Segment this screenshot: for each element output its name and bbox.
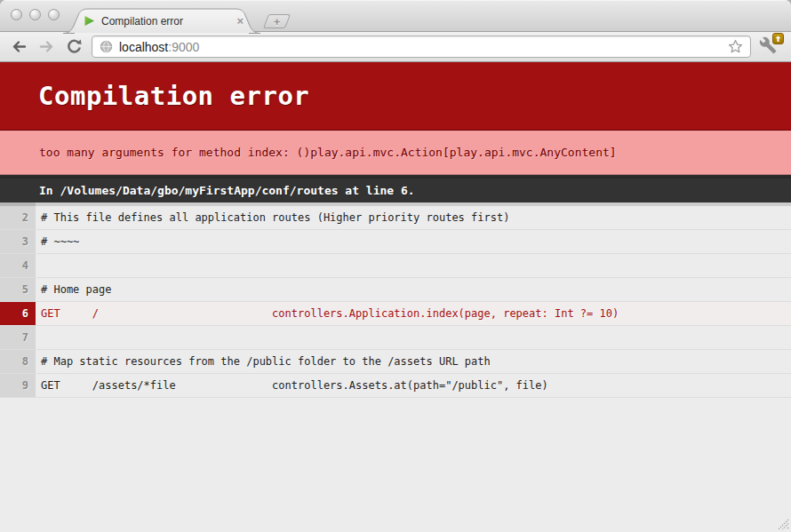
line-number: 6 (0, 302, 36, 325)
code-line-4: 4 (0, 254, 791, 278)
window-controls (11, 9, 60, 20)
browser-window: Compilation error × + (0, 0, 791, 532)
tab-title: Compilation error (101, 15, 228, 28)
menu-button[interactable] (759, 36, 782, 59)
plus-icon: + (274, 16, 281, 28)
code-line-2: 2# This file defines all application rou… (0, 202, 791, 230)
line-number: 9 (0, 374, 36, 397)
back-button[interactable] (9, 37, 28, 57)
line-code: GET / controllers.Application.index(page… (36, 302, 791, 325)
zoom-button[interactable] (48, 9, 60, 20)
forward-button[interactable] (36, 37, 56, 57)
forward-icon (38, 39, 55, 54)
update-available-badge (772, 33, 784, 44)
line-number: 7 (0, 326, 36, 349)
tab-strip: Compilation error × + (0, 0, 791, 32)
error-location: In /Volumes/Data/gbo/myFirstApp/conf/rou… (0, 175, 791, 202)
tab-compilation-error[interactable]: Compilation error × (62, 8, 261, 34)
code-listing: 2# This file defines all application rou… (0, 202, 791, 398)
line-code: # ~~~~ (36, 230, 791, 253)
url-port: :9000 (168, 40, 199, 54)
line-code: # Home page (36, 278, 791, 301)
globe-icon (100, 40, 113, 53)
line-code (36, 254, 791, 277)
code-line-6: 6GET / controllers.Application.index(pag… (0, 302, 791, 326)
reload-button[interactable] (64, 37, 84, 57)
code-line-5: 5# Home page (0, 278, 791, 302)
error-page: Compilation error too many arguments for… (0, 62, 791, 398)
line-code: GET /assets/*file controllers.Assets.at(… (36, 374, 791, 397)
resize-grip[interactable] (775, 516, 789, 530)
code-line-8: 8# Map static resources from the /public… (0, 350, 791, 374)
new-tab-button[interactable]: + (263, 14, 291, 28)
code-line-7: 7 (0, 326, 791, 350)
code-line-3: 3# ~~~~ (0, 230, 791, 254)
url-host: localhost (119, 40, 168, 54)
back-icon (11, 39, 28, 54)
address-bar[interactable]: localhost:9000 (92, 36, 751, 58)
minimize-button[interactable] (29, 9, 41, 20)
error-detail: too many arguments for method index: ()p… (0, 131, 791, 175)
tab-close-icon[interactable]: × (235, 15, 245, 27)
line-number: 5 (0, 278, 36, 301)
line-code (36, 326, 791, 349)
page-title: Compilation error (0, 62, 791, 131)
up-arrow-icon (774, 35, 782, 43)
line-code: # Map static resources from the /public … (36, 350, 791, 373)
line-number: 4 (0, 254, 36, 277)
line-code: # This file defines all application rout… (36, 202, 791, 229)
line-number: 8 (0, 350, 36, 373)
code-line-9: 9GET /assets/*file controllers.Assets.at… (0, 374, 791, 398)
line-number: 2 (0, 202, 36, 229)
close-button[interactable] (11, 9, 22, 20)
navigation-toolbar: localhost:9000 (0, 32, 791, 62)
url-text: localhost:9000 (119, 40, 722, 54)
reload-icon (66, 38, 83, 55)
bookmark-star-icon[interactable] (728, 39, 743, 54)
play-framework-icon (84, 15, 95, 27)
line-number: 3 (0, 230, 36, 253)
